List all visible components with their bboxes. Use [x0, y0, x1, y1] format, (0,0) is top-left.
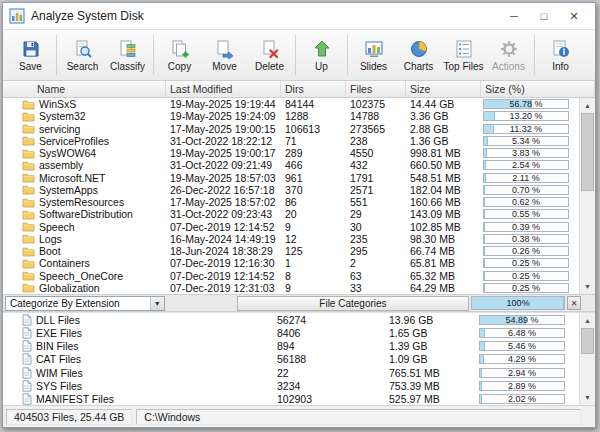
size-percent-bar: 0.62 % [483, 197, 569, 207]
scrollbar-thumb[interactable] [581, 113, 594, 191]
size-percent-value: 0.25 % [484, 284, 568, 293]
title-bar[interactable]: Analyze System Disk ─ □ ✕ [3, 3, 595, 29]
folder-icon [22, 184, 35, 195]
column-header-dirs[interactable]: Dirs [281, 81, 346, 97]
folder-name: Speech [39, 221, 75, 233]
dirs-value: 289 [281, 147, 346, 159]
last-modified-value: 31-Oct-2022 09:23:43 [166, 208, 281, 220]
table-row[interactable]: Speech 07-Dec-2019 12:14:52 9 30 102.85 … [3, 221, 579, 233]
folder-icon [22, 282, 35, 293]
minimize-button[interactable]: ─ [499, 4, 529, 28]
table-row[interactable]: SysWOW64 19-May-2025 19:00:17 289 4550 9… [3, 147, 579, 159]
classify-button[interactable]: Classify [105, 32, 150, 79]
table-row[interactable]: Boot 18-Jun-2024 18:38:29 125 295 66.74 … [3, 245, 579, 257]
size-percent-bar: 0.26 % [483, 246, 569, 256]
folder-name: WinSxS [39, 98, 76, 110]
maximize-button[interactable]: □ [529, 4, 559, 28]
dirs-value: 1288 [281, 110, 346, 122]
top-files-label: Top Files [443, 61, 483, 72]
search-button[interactable]: Search [60, 32, 105, 79]
list-item[interactable]: EXE Files 8406 1.65 GB 6.48 % [3, 326, 579, 339]
category-percent-bar: 54.89 % [479, 315, 565, 325]
list-item[interactable]: DLL Files 56274 13.96 GB 54.89 % [3, 313, 579, 326]
size-percent-bar: 0.38 % [483, 234, 569, 244]
actions-label: Actions [492, 61, 525, 72]
table-row[interactable]: servicing 17-May-2025 19:00:15 106613 27… [3, 123, 579, 135]
table-row[interactable]: ServiceProfiles 31-Oct-2022 18:22:12 71 … [3, 135, 579, 147]
charts-button[interactable]: Charts [396, 32, 441, 79]
files-value: 14788 [346, 110, 406, 122]
dirs-value: 961 [281, 172, 346, 184]
column-header-files[interactable]: Files [346, 81, 406, 97]
column-header-name[interactable]: Name [3, 81, 166, 97]
category-zoom-value: 100% [472, 297, 564, 309]
file-categories-button[interactable]: File Categories [237, 296, 470, 311]
list-item[interactable]: SYS Files 3234 753.39 MB 2.89 % [3, 379, 579, 392]
folder-name: SystemResources [39, 196, 124, 208]
files-value: 235 [346, 233, 406, 245]
list-item[interactable]: CAT Files 56188 1.09 GB 4.29 % [3, 353, 579, 366]
top-files-button[interactable]: Top Files [441, 32, 486, 79]
close-button[interactable]: ✕ [559, 4, 589, 28]
column-header-size[interactable]: Size [406, 81, 481, 97]
size-percent-value: 5.34 % [484, 137, 568, 146]
dirs-value: 20 [281, 208, 346, 220]
up-arrow-icon [312, 39, 332, 59]
column-header-last-modified[interactable]: Last Modified [166, 81, 281, 97]
table-row[interactable]: SoftwareDistribution 31-Oct-2022 09:23:4… [3, 208, 579, 220]
size-value: 660.50 MB [406, 159, 481, 171]
list-item[interactable]: WIM Files 22 765.51 MB 2.94 % [3, 366, 579, 379]
table-row[interactable]: System32 19-May-2025 19:24:09 1288 14788… [3, 110, 579, 122]
main-scrollbar[interactable]: ▲ ▼ [579, 98, 595, 294]
category-percent-bar: 6.48 % [479, 328, 565, 338]
category-size-value: 1.65 GB [385, 326, 477, 339]
size-value: 64.29 MB [406, 282, 481, 294]
files-value: 1791 [346, 172, 406, 184]
close-categories-button[interactable]: ✕ [567, 296, 581, 310]
list-item[interactable]: MANIFEST Files 102903 525.97 MB 2.02 % [3, 393, 579, 406]
info-button[interactable]: Info [538, 32, 583, 79]
table-row[interactable]: SystemApps 26-Dec-2022 16:57:18 370 2571… [3, 184, 579, 196]
search-icon [73, 39, 93, 59]
toolbar-separator [534, 35, 535, 75]
size-percent-value: 0.62 % [484, 198, 568, 207]
category-size-value: 525.97 MB [385, 393, 477, 406]
table-row[interactable]: Logs 16-May-2024 14:49:19 12 235 98.30 M… [3, 233, 579, 245]
scroll-up-arrow[interactable]: ▲ [580, 98, 595, 113]
up-button[interactable]: Up [299, 32, 344, 79]
scroll-down-arrow[interactable]: ▼ [580, 390, 595, 405]
table-row[interactable]: Globalization 07-Dec-2019 12:31:03 9 33 … [3, 282, 579, 294]
move-button[interactable]: Move [202, 32, 247, 79]
category-files-value: 8406 [273, 326, 385, 339]
table-row[interactable]: assembly 31-Oct-2022 09:21:49 466 432 66… [3, 159, 579, 171]
classify-icon [118, 39, 138, 59]
categorize-dropdown[interactable]: Categorize By Extension ▼ [5, 296, 165, 311]
copy-button[interactable]: Copy [157, 32, 202, 79]
size-percent-bar: 0.25 % [483, 258, 569, 268]
category-percent-value: 6.48 % [480, 329, 564, 338]
table-row[interactable]: Microsoft.NET 19-May-2025 18:57:03 961 1… [3, 172, 579, 184]
scroll-track[interactable] [580, 113, 595, 279]
category-size-value: 765.51 MB [385, 366, 477, 379]
category-percent-value: 5.46 % [480, 342, 564, 351]
table-row[interactable]: WinSxS 19-May-2025 19:19:44 84144 102375… [3, 98, 579, 110]
category-bar: Categorize By Extension ▼ File Categorie… [3, 294, 595, 312]
scrollbar-thumb[interactable] [581, 328, 594, 354]
delete-button[interactable]: Delete [247, 32, 292, 79]
scroll-down-arrow[interactable]: ▼ [580, 279, 595, 294]
column-header-size-percent[interactable]: Size (%) [481, 81, 595, 97]
slides-button[interactable]: Slides [351, 32, 396, 79]
table-row[interactable]: SystemResources 17-May-2025 18:57:02 86 … [3, 196, 579, 208]
info-icon [551, 39, 571, 59]
category-scrollbar[interactable]: ▲ ▼ [579, 313, 595, 405]
list-item[interactable]: BIN Files 894 1.39 GB 5.46 % [3, 340, 579, 353]
move-icon [215, 39, 235, 59]
save-button[interactable]: Save [8, 32, 53, 79]
last-modified-value: 19-May-2025 19:24:09 [166, 110, 281, 122]
files-value: 4550 [346, 147, 406, 159]
scroll-track[interactable] [580, 328, 595, 390]
file-icon [22, 314, 32, 326]
scroll-up-arrow[interactable]: ▲ [580, 313, 595, 328]
table-row[interactable]: Speech_OneCore 07-Dec-2019 12:14:52 8 63… [3, 270, 579, 282]
table-row[interactable]: Containers 07-Dec-2019 12:16:30 1 2 65.8… [3, 257, 579, 269]
